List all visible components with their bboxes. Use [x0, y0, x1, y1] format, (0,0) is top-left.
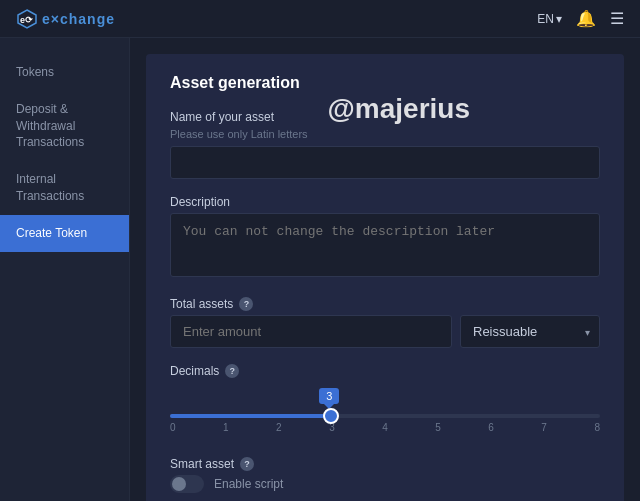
lang-arrow-icon: ▾: [556, 12, 562, 26]
lang-label: EN: [537, 12, 554, 26]
description-group: Description: [170, 195, 600, 281]
svg-text:e⟳: e⟳: [20, 15, 33, 25]
logo-icon: e⟳: [16, 8, 38, 30]
sidebar-item-internal[interactable]: Internal Transactions: [0, 161, 129, 215]
toggle-knob: [172, 477, 186, 491]
card-title: Asset generation: [170, 74, 600, 92]
toggle-row: Enable script: [170, 475, 600, 493]
smart-asset-help-icon[interactable]: ?: [240, 457, 254, 471]
reissuable-select-wrapper: Reissuable Non-reissuable ▾: [460, 315, 600, 348]
total-assets-help-icon[interactable]: ?: [239, 297, 253, 311]
topbar-right: EN ▾ 🔔 ☰: [537, 9, 624, 28]
sidebar: Tokens Deposit & Withdrawal Transactions…: [0, 38, 130, 501]
sidebar-item-tokens[interactable]: Tokens: [0, 54, 129, 91]
reissuable-select[interactable]: Reissuable Non-reissuable: [460, 315, 600, 348]
slider-container: 3 0 1 2 3 4 5 6: [170, 382, 600, 441]
description-label: Description: [170, 195, 600, 209]
slider-track: [170, 414, 600, 418]
lang-selector[interactable]: EN ▾: [537, 12, 562, 26]
enable-script-toggle[interactable]: [170, 475, 204, 493]
smart-asset-group: Smart asset ? Enable script: [170, 457, 600, 493]
decimals-label: Decimals ?: [170, 364, 600, 378]
bell-icon[interactable]: 🔔: [576, 9, 596, 28]
slider-bubble: 3: [319, 388, 339, 404]
content-area: @majerius Asset generation Name of your …: [130, 38, 640, 501]
decimals-help-icon[interactable]: ?: [225, 364, 239, 378]
main-layout: Tokens Deposit & Withdrawal Transactions…: [0, 38, 640, 501]
total-assets-label: Total assets ?: [170, 297, 600, 311]
name-group: Name of your asset Please use only Latin…: [170, 110, 600, 179]
decimals-group: Decimals ? 3 0 1: [170, 364, 600, 441]
asset-generation-card: Asset generation Name of your asset Plea…: [146, 54, 624, 501]
amount-input[interactable]: [170, 315, 452, 348]
topbar: e⟳ e×change EN ▾ 🔔 ☰: [0, 0, 640, 38]
menu-icon[interactable]: ☰: [610, 9, 624, 28]
description-textarea[interactable]: [170, 213, 600, 277]
smart-asset-label: Smart asset ?: [170, 457, 600, 471]
logo: e⟳ e×change: [16, 8, 115, 30]
name-label: Name of your asset: [170, 110, 600, 124]
toggle-label: Enable script: [214, 477, 283, 491]
name-input[interactable]: [170, 146, 600, 179]
total-assets-group: Total assets ? Reissuable Non-reissuable…: [170, 297, 600, 348]
total-assets-row: Reissuable Non-reissuable ▾: [170, 315, 600, 348]
logo-text: e×change: [42, 11, 115, 27]
name-sublabel: Please use only Latin letters: [170, 128, 600, 140]
sidebar-item-deposit[interactable]: Deposit & Withdrawal Transactions: [0, 91, 129, 161]
sidebar-item-create-token[interactable]: Create Token: [0, 215, 129, 252]
